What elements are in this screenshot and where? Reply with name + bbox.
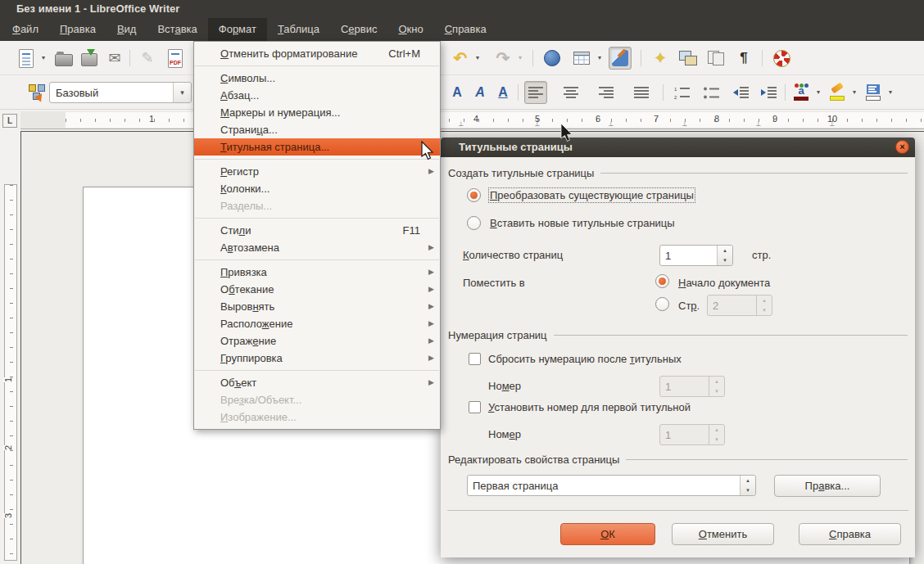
tab-type-selector[interactable]: L <box>2 114 17 128</box>
bullet-list-button[interactable] <box>700 81 722 104</box>
menu-help[interactable]: Справка <box>434 18 497 41</box>
menu-item-title-page[interactable]: Титульная страница... <box>194 138 440 156</box>
undo-dropdown[interactable]: ▾ <box>473 53 482 63</box>
menu-item-character[interactable]: Символы... <box>194 70 440 87</box>
menu-item-bullets-numbering[interactable]: Маркеры и нумерация... <box>194 104 440 121</box>
align-center-button[interactable] <box>559 81 582 104</box>
insert-table-button[interactable] <box>570 47 593 70</box>
menu-window[interactable]: Окно <box>387 18 433 41</box>
hyperlink-button[interactable] <box>541 47 564 70</box>
help-dialog-button[interactable]: Справка <box>799 523 901 545</box>
show-draw-functions-button[interactable] <box>609 47 632 70</box>
font-color-button[interactable]: a <box>790 81 813 104</box>
document-start-label[interactable]: Начало документа <box>678 277 770 289</box>
font-color-dropdown[interactable]: ▾ <box>814 88 822 97</box>
toolbar-separator <box>762 50 763 66</box>
edit-button[interactable]: Правка... <box>774 475 881 497</box>
navigator-button[interactable]: ✦ <box>649 47 672 70</box>
menu-tools[interactable]: Сервис <box>330 18 388 41</box>
apply-style-button[interactable] <box>26 81 49 104</box>
page-count-value[interactable]: 1 <box>660 246 717 265</box>
edit-file-button[interactable]: ✎ <box>136 47 159 70</box>
increase-indent-button[interactable] <box>757 81 780 104</box>
ok-button[interactable]: ОК <box>560 523 655 545</box>
export-pdf-button[interactable]: PDF <box>164 47 187 70</box>
redo-icon: ↷ <box>496 48 510 68</box>
tab-stop-mark: ⊥ <box>459 120 464 128</box>
dialog-titlebar[interactable]: Титульные страницы × <box>441 138 915 157</box>
bold-button[interactable]: A <box>446 81 469 104</box>
numbered-list-button[interactable]: 12 <box>670 81 693 104</box>
new-document-dropdown[interactable]: ▾ <box>39 53 48 63</box>
menu-file[interactable]: Файл <box>2 18 49 41</box>
menu-item-autocorrect[interactable]: Автозамена▶ <box>194 239 440 256</box>
undo-button[interactable]: ↶ <box>449 47 472 70</box>
menu-item-clear-formatting[interactable]: Отменить форматированиеCtrl+M <box>194 45 440 62</box>
align-left-button[interactable] <box>524 81 547 104</box>
set-first-page-number-checkbox[interactable] <box>469 401 481 413</box>
data-sources-button[interactable] <box>704 47 727 70</box>
menu-item-page[interactable]: Страница... <box>194 121 440 138</box>
combobox-arrow-icon[interactable]: ▾ <box>173 83 191 102</box>
undo-icon: ↶ <box>454 48 468 68</box>
menu-edit[interactable]: Правка <box>49 18 106 41</box>
menu-separator <box>195 65 439 66</box>
gallery-button[interactable] <box>677 47 700 70</box>
justify-button[interactable] <box>630 81 653 104</box>
italic-button[interactable]: A <box>469 81 491 104</box>
highlighting-button[interactable] <box>826 81 849 104</box>
menu-item-wrap[interactable]: Обтекание▶ <box>194 281 440 298</box>
menu-item-align[interactable]: Выровнять▶ <box>194 298 440 315</box>
menu-item-styles[interactable]: СтилиF11 <box>194 222 440 239</box>
reset-numbering-checkbox[interactable] <box>469 353 481 365</box>
menu-item-arrange[interactable]: Расположение▶ <box>194 315 440 332</box>
menu-insert[interactable]: Вставка <box>147 18 207 41</box>
convert-existing-pages-label[interactable]: Преобразовать существующие страницы <box>490 189 694 201</box>
underline-button[interactable]: A <box>491 81 514 104</box>
formatting-marks-button[interactable]: ¶ <box>732 47 755 70</box>
page-count-spinner[interactable]: 1 ▲▼ <box>659 245 733 266</box>
paragraph-background-button[interactable] <box>862 81 885 104</box>
menu-item-columns[interactable]: Колонки... <box>194 180 440 197</box>
new-document-button[interactable] <box>15 47 38 70</box>
submenu-arrow-icon: ▶ <box>428 281 434 298</box>
align-right-button[interactable] <box>595 81 618 104</box>
menu-table[interactable]: Таблица <box>267 18 330 41</box>
redo-dropdown[interactable]: ▾ <box>516 53 524 63</box>
email-button[interactable]: ✉ <box>103 47 126 70</box>
decrease-indent-button[interactable] <box>729 81 752 104</box>
page-style-combobox[interactable]: Первая страница ▲▼ <box>467 475 756 496</box>
vertical-ruler[interactable]: 1 2 3 <box>4 184 17 561</box>
menu-view[interactable]: Вид <box>106 18 147 41</box>
menu-item-group[interactable]: Группировка▶ <box>194 350 440 367</box>
open-button[interactable] <box>52 47 75 70</box>
cancel-button[interactable]: Отменить <box>672 523 774 545</box>
paragraph-background-dropdown[interactable]: ▾ <box>886 88 895 97</box>
reset-numbering-label[interactable]: Сбросить нумерацию после титульных <box>488 353 682 365</box>
redo-button[interactable]: ↷ <box>491 47 514 70</box>
page-radio[interactable] <box>655 297 669 311</box>
close-icon: × <box>899 142 904 151</box>
convert-existing-pages-radio[interactable] <box>467 188 481 202</box>
spinner-buttons[interactable]: ▲▼ <box>717 246 732 265</box>
set-first-page-number-label[interactable]: Установить номер для первой титульной <box>488 401 691 413</box>
document-start-radio[interactable] <box>655 274 669 288</box>
menu-format[interactable]: Формат <box>208 18 267 41</box>
menu-item-anchor[interactable]: Привязка▶ <box>194 264 440 281</box>
page-radio-label[interactable]: Стр. <box>678 300 700 312</box>
paragraph-style-combobox[interactable]: Базовый ▾ <box>49 82 192 103</box>
menu-item-change-case[interactable]: Регистр▶ <box>194 163 440 180</box>
combobox-spin-buttons[interactable]: ▲▼ <box>740 476 755 495</box>
menu-item-flip[interactable]: Отражение▶ <box>194 332 440 350</box>
ruler-number: 2 <box>3 445 13 450</box>
menu-item-paragraph[interactable]: Абзац... <box>194 87 440 104</box>
horizontal-ruler[interactable]: 1 4 5 6 7 8 9 10 ⊥ ⊥ ⊥ ⊥ ⊥ ⊥ <box>20 111 924 129</box>
highlighting-dropdown[interactable]: ▾ <box>850 88 858 97</box>
menu-item-object[interactable]: Объект▶ <box>194 374 440 391</box>
insert-table-dropdown[interactable]: ▾ <box>596 53 604 63</box>
save-button[interactable] <box>78 47 101 70</box>
insert-new-title-pages-radio[interactable] <box>467 216 481 230</box>
help-button[interactable] <box>770 47 793 70</box>
dialog-close-button[interactable]: × <box>895 140 909 154</box>
insert-new-title-pages-label[interactable]: Вставить новые титульные страницы <box>490 217 675 229</box>
